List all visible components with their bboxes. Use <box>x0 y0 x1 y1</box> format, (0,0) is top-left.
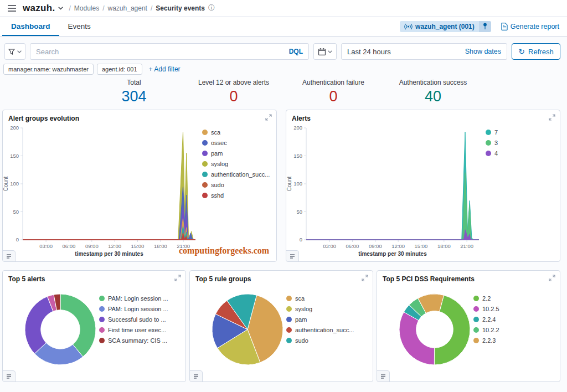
legend-item[interactable]: 2.2 <box>473 293 558 303</box>
legend-item[interactable]: ossec <box>202 137 274 148</box>
legend-dot <box>99 317 105 322</box>
legend-item[interactable]: authentication_succ... <box>286 324 370 335</box>
legend-dot <box>473 317 479 322</box>
legend-label: authentication_succ... <box>211 171 270 178</box>
legend-item[interactable]: First time user exec... <box>99 324 183 335</box>
legend-item[interactable]: pam <box>202 148 274 158</box>
agent-badge[interactable]: wazuh_agent (001) <box>400 21 491 32</box>
series-syslog <box>23 132 195 240</box>
legend-label: sca <box>211 129 220 136</box>
filter-options-button[interactable] <box>4 43 25 60</box>
add-filter-button[interactable]: + Add filter <box>149 65 181 73</box>
search-input[interactable] <box>36 48 285 56</box>
y-tick-label: 50 <box>13 209 19 215</box>
expand-icon[interactable] <box>362 275 368 281</box>
chevron-down-icon <box>328 50 332 53</box>
dql-button[interactable]: DQL <box>289 48 303 55</box>
legend-dot <box>486 140 491 146</box>
expand-icon[interactable] <box>549 114 555 121</box>
breadcrumb-item[interactable]: Modules <box>74 4 99 12</box>
panel-top-5-alerts: Top 5 alerts PAM: Login session ...PAM: … <box>2 270 186 382</box>
generate-report-button[interactable]: Generate report <box>501 23 559 30</box>
legend-item[interactable]: sca <box>286 293 370 303</box>
legend-dot <box>473 338 479 343</box>
series-authentication-succ- <box>23 226 195 240</box>
area-chart-container: 05010015020003:0006:0009:0012:0015:0018:… <box>3 123 200 259</box>
panel-title: Top 5 alerts <box>3 271 185 284</box>
tab-events[interactable]: Events <box>59 17 100 36</box>
legend-item[interactable]: syslog <box>202 158 274 169</box>
legend-item[interactable]: syslog <box>286 303 370 314</box>
x-axis-label: timestamp per 30 minutes <box>358 251 427 257</box>
expand-icon[interactable] <box>174 275 181 281</box>
series-pam <box>23 206 195 240</box>
x-tick-label: 21:00 <box>460 243 473 249</box>
donut-chart <box>390 285 479 374</box>
legend-item[interactable]: 3 <box>486 137 558 148</box>
y-axis-label: Count <box>286 176 292 191</box>
legend-item[interactable]: PAM: Login session ... <box>99 303 183 314</box>
show-dates-button[interactable]: Show dates <box>465 48 501 55</box>
chevron-down-icon <box>17 50 22 53</box>
legend-label: ossec <box>211 140 227 146</box>
menu-icon[interactable] <box>6 5 18 12</box>
legend-item[interactable]: pam <box>286 314 370 324</box>
legend-item[interactable]: 10.2.5 <box>473 303 558 314</box>
pin-icon[interactable] <box>479 21 491 32</box>
legend-label: 2.2.4 <box>482 316 496 323</box>
breadcrumb-item[interactable]: wazuh_agent <box>108 4 147 12</box>
tab-dashboard[interactable]: Dashboard <box>2 17 59 36</box>
inspect-icon[interactable] <box>2 250 16 262</box>
refresh-label: Refresh <box>528 48 554 56</box>
legend-item[interactable]: 4 <box>486 148 558 158</box>
y-axis-label: Count <box>3 176 9 191</box>
filter-pill[interactable]: manager.name: wazuhmaster <box>3 64 94 75</box>
area-chart: 05010015020003:0006:0009:0012:0015:0018:… <box>3 123 200 259</box>
generate-report-label: Generate report <box>511 23 559 30</box>
filter-pill[interactable]: agent.id: 001 <box>97 64 142 75</box>
legend-item[interactable]: 2.2.4 <box>473 314 558 324</box>
legend-label: authentication_succ... <box>295 327 354 333</box>
chevron-down-icon[interactable] <box>58 7 63 10</box>
info-icon[interactable]: ⓘ <box>208 3 215 13</box>
stat-authentication-success: Authentication success40 <box>383 79 483 105</box>
legend-item[interactable]: SCA summary: CIS ... <box>99 335 183 345</box>
stat-total: Total304 <box>84 79 184 105</box>
legend-label: sshd <box>211 192 224 199</box>
inspect-icon[interactable] <box>2 370 16 382</box>
date-picker-button[interactable] <box>313 43 337 60</box>
legend-item[interactable]: sudo <box>286 335 370 345</box>
inspect-icon[interactable] <box>286 250 299 262</box>
expand-icon[interactable] <box>265 114 272 121</box>
series-sca <box>23 219 195 240</box>
expand-icon[interactable] <box>549 275 555 281</box>
slice-PAM-Login-session-...[interactable] <box>60 294 96 357</box>
panel-title: Top 5 rule groups <box>190 271 373 284</box>
legend-item[interactable]: authentication_succ... <box>202 169 274 179</box>
stat-value: 304 <box>84 88 184 105</box>
stat-value: 40 <box>383 88 483 105</box>
legend-item[interactable]: 2.2.3 <box>473 335 558 345</box>
slice-10.2.5[interactable] <box>399 312 435 365</box>
panel-title: Top 5 PCI DSS Requirements <box>377 271 560 284</box>
x-tick-label: 09:00 <box>369 243 382 249</box>
inspect-icon[interactable] <box>377 370 390 382</box>
breadcrumb-separator: / <box>69 4 70 12</box>
donut-chart <box>16 285 105 374</box>
legend-item[interactable]: Successful sudo to ... <box>99 314 183 324</box>
legend-item[interactable]: 7 <box>486 127 558 137</box>
legend-item[interactable]: sshd <box>202 190 274 200</box>
stat-label: Authentication success <box>383 79 483 86</box>
legend-item[interactable]: sudo <box>202 179 274 190</box>
legend-label: sudo <box>295 337 308 344</box>
legend-item[interactable]: 10.2.2 <box>473 324 558 335</box>
legend-item[interactable]: PAM: Login session ... <box>99 293 183 303</box>
time-range-control[interactable]: Last 24 hours Show dates <box>341 43 507 60</box>
stat-label: Total <box>84 79 184 86</box>
legend-item[interactable]: sca <box>202 127 274 137</box>
legend-label: 2.2.3 <box>482 337 496 344</box>
refresh-button[interactable]: ↻ Refresh <box>512 43 560 60</box>
inspect-icon[interactable] <box>189 370 203 382</box>
wazuh-logo[interactable]: wazuh. <box>23 3 55 14</box>
panel-top-5-rule-groups: Top 5 rule groups scasyslogpamauthentica… <box>189 270 373 382</box>
